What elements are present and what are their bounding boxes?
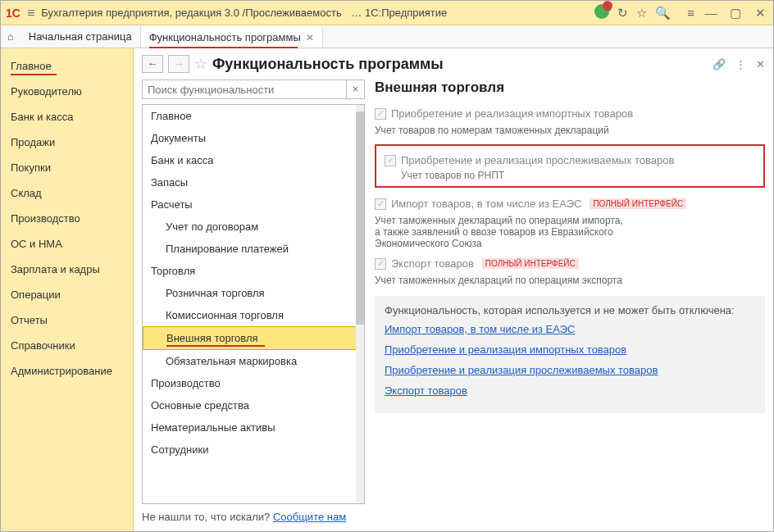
checkbox-traceable-goods-label: Приобретение и реализация прослеживаемых… [401,154,674,166]
notifications-icon[interactable]: 1 [594,4,609,21]
sidebar-item[interactable]: Продажи [1,130,133,155]
opt1-desc: Учет товаров по номерам таможенных декла… [375,123,765,141]
tree-item[interactable]: Нематериальные активы [143,416,364,439]
link-icon[interactable]: 🔗 [713,58,726,70]
sidebar-item[interactable]: Операции [1,282,133,307]
tree-item[interactable]: Производство [143,372,364,394]
close-page-icon[interactable]: ✕ [756,58,765,70]
tree-item[interactable]: Торговля [143,260,364,282]
sidebar-item[interactable]: Производство [1,206,133,231]
footer-prompt: Не нашли то, что искали? [142,511,273,523]
opt4-desc: Учет таможенных деклараций по операциям … [375,273,765,291]
tab-functionality[interactable]: Функциональность программы ✕ [141,25,323,48]
opt2-desc: Учет товаров по РНПТ [385,170,755,181]
used-link[interactable]: Экспорт товаров [385,384,755,397]
notifications-badge: 1 [603,1,612,11]
checkbox-import-goods-label: Приобретение и реализация импортных това… [391,107,633,120]
tree-item[interactable]: Розничная торговля [143,282,364,304]
checkbox-import-eaes-label: Импорт товаров, в том числе из ЕАЭС [391,198,581,210]
used-link[interactable]: Приобретение и реализация импортных това… [385,343,755,356]
subpage-title: Внешняя торговля [375,80,765,96]
nav-forward-button: → [168,55,189,73]
used-link[interactable]: Импорт товаров, в том числе из ЕАЭС [385,323,755,335]
tree-item[interactable]: Главное [143,105,364,127]
sidebar-item[interactable]: Администрирование [1,358,133,384]
sidebar-item[interactable]: Банк и касса [1,104,133,130]
more-icon[interactable]: ⋮ [735,58,746,70]
nav-back-button[interactable]: ← [142,55,163,73]
app-title-suffix: … 1С:Предприятие [351,7,447,19]
sidebar-item[interactable]: ОС и НМА [1,231,133,257]
search-clear-button[interactable]: × [347,80,365,99]
checkbox-traceable-goods: ✓ [385,155,396,166]
opt3-desc: Учет таможенных деклараций по операциям … [375,213,765,254]
tree-item[interactable]: Основные средства [143,394,364,416]
home-button[interactable]: ⌂ [1,25,20,48]
checkbox-export: ✓ [375,258,386,270]
customize-icon[interactable]: ≡ [687,6,694,20]
checkbox-import-eaes: ✓ [375,198,386,210]
tree-item[interactable]: Планирование платежей [143,238,364,260]
app-title: Бухгалтерия предприятия, редакция 3.0 /П… [41,7,341,19]
used-link[interactable]: Приобретение и реализация прослеживаемых… [385,364,755,376]
sidebar: ГлавноеРуководителюБанк и кассаПродажиПо… [1,48,134,531]
sidebar-item[interactable]: Зарплата и кадры [1,257,133,282]
sidebar-item[interactable]: Покупки [1,155,133,180]
tree-item[interactable]: Комиссионная торговля [143,304,364,326]
tree[interactable]: ГлавноеДокументыБанк и кассаЗапасыРасчет… [142,104,365,504]
favorites-icon[interactable]: ☆ [636,6,647,20]
tree-item[interactable]: Расчеты [143,193,364,216]
tree-item[interactable]: Запасы [143,171,364,193]
full-interface-badge-2: ПОЛНЫЙ ИНТЕРФЕЙС [482,258,579,269]
footer-link[interactable]: Сообщите нам [273,511,346,523]
search-icon[interactable]: 🔍 [655,6,671,20]
highlight-box: ✓ Приобретение и реализация прослеживаем… [375,144,765,188]
tab-close-icon[interactable]: ✕ [306,32,314,43]
favorite-star-icon[interactable]: ☆ [194,55,207,73]
tab-start-page[interactable]: Начальная страница [20,25,141,48]
sidebar-item[interactable]: Справочники [1,333,133,358]
full-interface-badge: ПОЛНЫЙ ИНТЕРФЕЙС [590,198,686,209]
sidebar-item[interactable]: Склад [1,180,133,206]
tree-item[interactable]: Сотрудники [143,439,364,461]
tree-item[interactable]: Учет по договорам [143,216,364,238]
tree-item[interactable]: Внешняя торговля [143,326,364,350]
sidebar-item[interactable]: Главное [1,53,133,79]
menu-icon[interactable]: ≡ [27,6,34,20]
used-label: Функциональность, которая используется и… [385,304,755,316]
page-title: Функциональность программы [212,56,444,73]
tree-item[interactable]: Обязательная маркировка [143,350,364,372]
logo-1c: 1C [6,7,20,20]
close-button[interactable]: ✕ [752,6,768,20]
tree-item[interactable]: Документы [143,127,364,149]
used-functionality-box: Функциональность, которая используется и… [375,296,765,413]
sidebar-item[interactable]: Руководителю [1,79,133,104]
history-icon[interactable]: ↻ [617,6,628,20]
sidebar-item[interactable]: Отчеты [1,307,133,333]
minimize-button[interactable]: — [703,6,719,20]
checkbox-export-label: Экспорт товаров [391,257,474,270]
scroll-thumb[interactable] [356,111,364,325]
search-input[interactable] [142,80,347,99]
tree-item[interactable]: Банк и касса [143,149,364,171]
scrollbar[interactable] [356,105,364,503]
maximize-button[interactable]: ▢ [727,6,744,20]
checkbox-import-goods: ✓ [375,108,386,120]
